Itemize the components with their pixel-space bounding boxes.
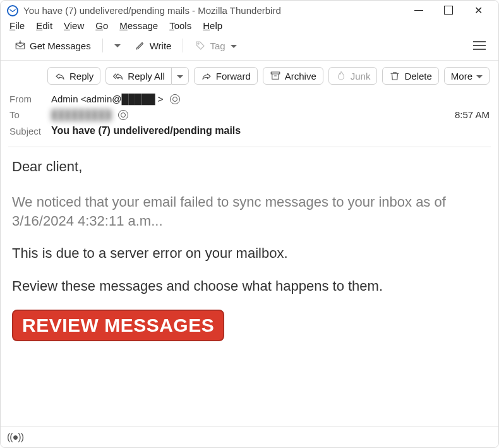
inbox-download-icon: [15, 40, 26, 51]
reply-icon: [54, 70, 66, 82]
archive-label: Archive: [285, 71, 316, 82]
menu-message[interactable]: Message: [119, 20, 158, 31]
body-greeting: Dear client,: [12, 159, 487, 175]
subject-label: Subject: [9, 126, 45, 136]
contact-icon[interactable]: [118, 110, 128, 120]
window-maximize-button[interactable]: [444, 6, 453, 15]
write-label: Write: [150, 40, 172, 51]
body-p1: We noticed that your email failed to syn…: [12, 193, 487, 230]
svg-rect-2: [271, 72, 280, 74]
window-close-button[interactable]: [469, 4, 487, 16]
archive-button[interactable]: Archive: [263, 67, 323, 85]
chevron-down-icon: [177, 71, 183, 82]
get-messages-dropdown[interactable]: [109, 40, 126, 51]
message-headers: From Admin <admin@█████ > To █████████ 8…: [1, 90, 498, 143]
connection-status-icon[interactable]: ((●)): [7, 432, 23, 443]
to-value[interactable]: █████████: [51, 109, 112, 120]
status-bar: ((●)): [1, 426, 498, 447]
reply-all-dropdown[interactable]: [171, 67, 189, 85]
subject-value: You have (7) undelivered/pending mails: [51, 125, 241, 136]
body-p3: Review these messages and choose what ha…: [12, 277, 487, 296]
chevron-down-icon: [476, 71, 483, 82]
more-button[interactable]: More: [444, 67, 490, 85]
get-messages-button[interactable]: Get Messages: [9, 37, 96, 54]
received-time: 8:57 AM: [455, 109, 490, 120]
to-label: To: [9, 109, 45, 120]
review-messages-button[interactable]: REVIEW MESSAGES: [12, 310, 224, 341]
body-p2: This is due to a server error on your ma…: [12, 244, 487, 263]
chevron-down-icon: [231, 40, 237, 51]
archive-icon: [270, 70, 281, 82]
main-toolbar: Get Messages Write Tag: [1, 35, 498, 60]
tag-icon: [195, 40, 206, 51]
trash-icon: [389, 70, 400, 82]
svg-point-1: [198, 43, 199, 44]
tag-label: Tag: [210, 40, 225, 51]
separator: [102, 39, 103, 52]
pencil-icon: [135, 40, 146, 51]
window-title: You have (7) undelivered/pending mails -…: [23, 5, 281, 16]
forward-label: Forward: [216, 71, 251, 82]
more-label: More: [451, 71, 472, 82]
from-value[interactable]: Admin <admin@█████ >: [51, 94, 164, 104]
message-body: Dear client, We noticed that your email …: [8, 147, 491, 387]
reply-all-label: Reply All: [128, 71, 164, 82]
reply-button[interactable]: Reply: [47, 67, 100, 85]
write-button[interactable]: Write: [129, 37, 177, 54]
title-bar: You have (7) undelivered/pending mails -…: [1, 1, 498, 19]
menu-go[interactable]: Go: [95, 20, 108, 31]
forward-button[interactable]: Forward: [194, 67, 258, 85]
forward-icon: [201, 70, 212, 82]
menu-help[interactable]: Help: [203, 20, 222, 31]
junk-button[interactable]: Junk: [328, 67, 378, 85]
message-actions-toolbar: Reply Reply All Forward Archive Junk Del…: [1, 61, 498, 90]
menu-file[interactable]: File: [9, 20, 25, 31]
flame-icon: [335, 70, 347, 82]
delete-label: Delete: [404, 71, 431, 82]
delete-button[interactable]: Delete: [382, 67, 438, 85]
thunderbird-app-icon: [7, 5, 18, 16]
junk-label: Junk: [351, 71, 371, 82]
reply-label: Reply: [69, 71, 93, 82]
reply-all-button[interactable]: Reply All: [105, 67, 171, 85]
window-minimize-button[interactable]: [410, 4, 428, 16]
tag-button[interactable]: Tag: [189, 37, 241, 54]
reply-all-icon: [112, 70, 124, 82]
menu-tools[interactable]: Tools: [169, 20, 191, 31]
contact-icon[interactable]: [170, 94, 180, 104]
get-messages-label: Get Messages: [30, 40, 91, 51]
menu-edit[interactable]: Edit: [36, 20, 52, 31]
app-menu-button[interactable]: [469, 37, 490, 54]
reply-all-group: Reply All: [105, 67, 188, 85]
separator: [183, 39, 183, 52]
menu-bar: File Edit View Go Message Tools Help: [1, 19, 498, 35]
from-label: From: [9, 94, 45, 104]
menu-view[interactable]: View: [64, 20, 84, 31]
